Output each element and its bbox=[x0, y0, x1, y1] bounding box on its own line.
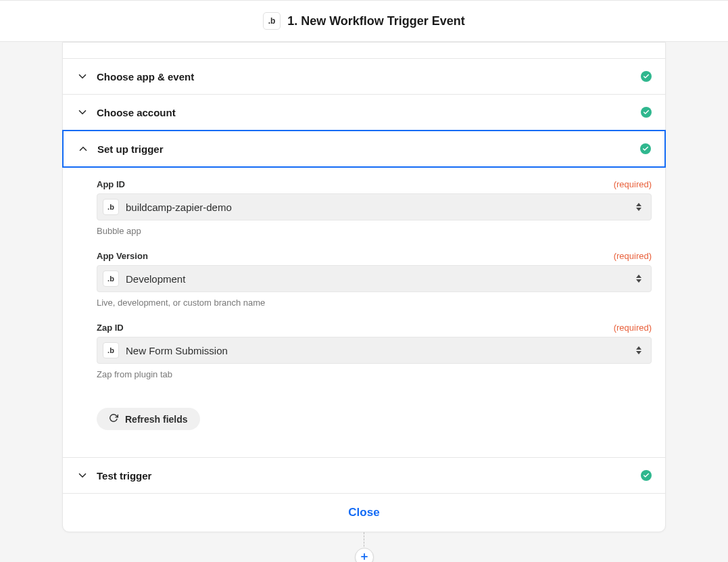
refresh-icon bbox=[109, 413, 118, 425]
page-title: 1. New Workflow Trigger Event bbox=[287, 14, 465, 28]
card-top-spacer bbox=[63, 43, 665, 59]
zap-id-select[interactable]: .b New Form Submission bbox=[97, 337, 652, 364]
section-set-up-trigger[interactable]: Set up trigger bbox=[62, 130, 666, 168]
section-choose-app-event[interactable]: Choose app & event bbox=[63, 59, 665, 95]
chevron-up-icon bbox=[77, 143, 89, 155]
section-title: Set up trigger bbox=[97, 143, 640, 155]
field-app-id: App ID (required) .b buildcamp-zapier-de… bbox=[97, 179, 652, 236]
select-arrows-icon bbox=[635, 346, 643, 354]
bubble-app-icon: .b bbox=[103, 342, 119, 358]
bubble-app-icon: .b bbox=[103, 199, 119, 215]
field-help: Bubble app bbox=[97, 226, 652, 236]
check-complete-icon bbox=[641, 71, 652, 82]
bubble-app-icon: .b bbox=[103, 271, 119, 287]
check-complete-icon bbox=[641, 107, 652, 118]
app-id-select[interactable]: .b buildcamp-zapier-demo bbox=[97, 193, 652, 220]
select-value: New Form Submission bbox=[126, 345, 635, 356]
chevron-down-icon bbox=[76, 469, 89, 482]
select-value: Development bbox=[126, 273, 635, 285]
section-title: Test trigger bbox=[97, 470, 641, 482]
card-footer: Close bbox=[63, 494, 665, 532]
field-help: Live, development, or custom branch name bbox=[97, 298, 652, 308]
app-version-select[interactable]: .b Development bbox=[97, 265, 652, 292]
field-label-row: App ID (required) bbox=[97, 179, 652, 189]
field-help: Zap from plugin tab bbox=[97, 369, 652, 379]
field-zap-id: Zap ID (required) .b New Form Submission… bbox=[97, 323, 652, 379]
chevron-down-icon bbox=[76, 106, 89, 118]
section-test-trigger[interactable]: Test trigger bbox=[63, 458, 665, 494]
trigger-setup-card: Choose app & event Choose account Set up… bbox=[62, 42, 666, 532]
field-label: App Version bbox=[97, 251, 148, 261]
check-complete-icon bbox=[640, 143, 651, 154]
select-value: buildcamp-zapier-demo bbox=[126, 202, 635, 213]
plus-icon bbox=[360, 552, 369, 563]
field-label-row: Zap ID (required) bbox=[97, 323, 652, 333]
chevron-down-icon bbox=[76, 70, 89, 83]
field-label: App ID bbox=[97, 179, 125, 189]
required-tag: (required) bbox=[614, 323, 652, 333]
required-tag: (required) bbox=[614, 179, 652, 189]
bubble-app-icon: .b bbox=[263, 12, 281, 30]
field-label-row: App Version (required) bbox=[97, 251, 652, 261]
add-step-button[interactable] bbox=[355, 548, 374, 562]
select-arrows-icon bbox=[635, 275, 643, 283]
section-title: Choose app & event bbox=[97, 71, 641, 83]
refresh-fields-button[interactable]: Refresh fields bbox=[97, 408, 200, 430]
page-header: .b 1. New Workflow Trigger Event bbox=[0, 0, 728, 42]
close-button[interactable]: Close bbox=[348, 506, 379, 519]
select-arrows-icon bbox=[635, 203, 643, 211]
set-up-trigger-panel: App ID (required) .b buildcamp-zapier-de… bbox=[63, 167, 665, 458]
refresh-label: Refresh fields bbox=[125, 414, 188, 425]
field-label: Zap ID bbox=[97, 323, 124, 333]
required-tag: (required) bbox=[614, 251, 652, 261]
section-choose-account[interactable]: Choose account bbox=[63, 95, 665, 131]
section-title: Choose account bbox=[97, 107, 641, 118]
field-app-version: App Version (required) .b Development Li… bbox=[97, 251, 652, 308]
check-complete-icon bbox=[641, 470, 652, 481]
